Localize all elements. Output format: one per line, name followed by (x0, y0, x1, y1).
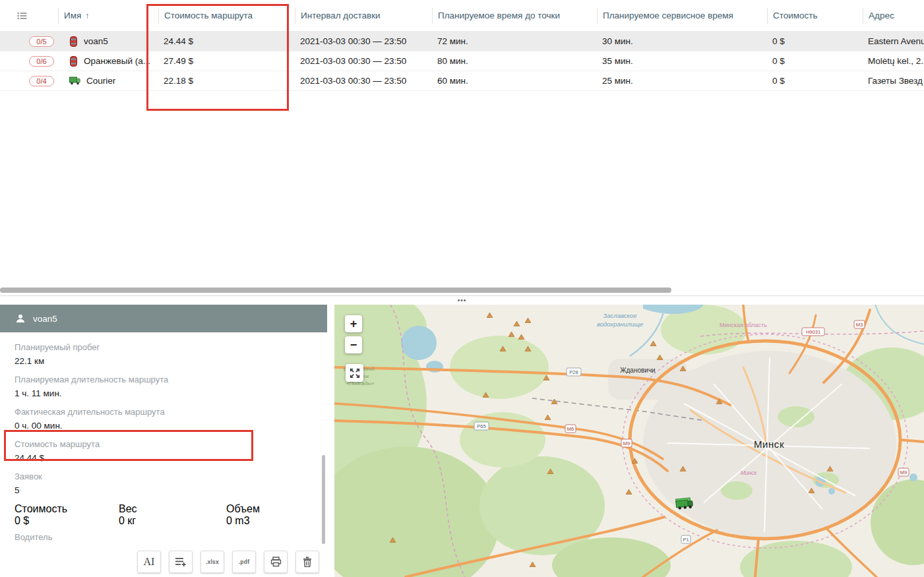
red-car-icon (69, 56, 78, 67)
orders-capacity-badge: 0/4 (29, 76, 54, 86)
route-planner-app: Имя ↑ Стоимость маршрута Интервал достав… (0, 0, 924, 577)
table-row-orange[interactable]: 0/6 Оранжевый (а... 27.49 $ 2021-03-03 0… (0, 51, 924, 71)
cost-cell: 0 $ (767, 56, 863, 66)
field-label: Заявок (15, 471, 327, 483)
orders-capacity-badge: 0/6 (29, 56, 54, 67)
map-zoom-controls: + − (345, 315, 362, 353)
column-header-name[interactable]: Имя ↑ (58, 8, 158, 24)
svg-text:P28: P28 (569, 369, 578, 375)
field-value: 22.1 км (15, 355, 327, 368)
field-value: 24.44 $ (15, 452, 327, 465)
zoom-in-button[interactable]: + (345, 315, 362, 332)
service-time-cell: 30 мин. (597, 36, 767, 46)
metric-value: 0 $ (15, 515, 119, 527)
list-icon (17, 12, 27, 20)
field-value: 1 ч. 11 мин. (15, 387, 327, 400)
table-header-icon-cell[interactable] (0, 8, 58, 24)
routes-table-section: Имя ↑ Стоимость маршрута Интервал достав… (0, 0, 924, 305)
metric-volume: Объем 0 m3 (226, 503, 260, 527)
sort-ascending-icon: ↑ (85, 11, 89, 20)
route-cost-cell: 22.18 $ (158, 76, 295, 86)
metric-value: 0 кг (119, 515, 226, 527)
cost-cell: 0 $ (767, 36, 863, 46)
green-truck-icon (69, 76, 80, 85)
person-icon (16, 314, 25, 323)
add-to-list-button[interactable] (169, 551, 193, 573)
metric-label: Вес (119, 503, 226, 515)
route-details-body: Планируемый пробег 22.1 км Планируемая д… (0, 332, 327, 542)
red-car-icon (69, 36, 78, 47)
column-header-delivery-interval-label: Интервал доставки (301, 11, 381, 20)
cost-cell: 0 $ (767, 76, 863, 86)
vehicle-name: Courier (86, 76, 115, 86)
column-header-delivery-interval[interactable]: Интервал доставки (295, 8, 432, 24)
delete-button[interactable] (295, 551, 319, 573)
metric-value: 0 m3 (226, 515, 260, 527)
route-details-title: voan5 (33, 314, 57, 324)
route-details-header: voan5 (0, 305, 327, 332)
print-button[interactable] (264, 551, 288, 573)
time-to-point-cell: 60 мин. (432, 76, 597, 86)
expand-icon (349, 367, 361, 379)
field-label: Планируемый пробег (15, 342, 327, 353)
route-cost-cell: 24.44 $ (158, 36, 295, 46)
horizontal-scrollbar[interactable] (0, 288, 924, 293)
export-xlsx-button[interactable]: .xlsx (200, 551, 224, 573)
panel-splitter[interactable]: ••• (0, 295, 924, 305)
table-body: 0/5 voan5 24.44 $ 2021-03-03 00:30 — 23:… (0, 32, 924, 91)
svg-text:M3: M3 (856, 322, 863, 328)
vehicle-name: Оранжевый (а... (84, 56, 150, 66)
panel-map-gap (327, 305, 334, 577)
map-canvas[interactable]: P28 M6 M9 P65 H9031 M3 M9 P1 Заславское … (334, 305, 924, 577)
svg-text:M6: M6 (567, 426, 574, 432)
svg-text:Минская область: Минская область (720, 322, 767, 328)
splitter-handle[interactable]: ••• (458, 297, 467, 304)
field-route-cost: Стоимость маршрута 24.44 $ (15, 439, 327, 465)
column-header-name-label: Имя (64, 11, 81, 20)
delivery-interval-cell: 2021-03-03 00:30 — 23:50 (295, 36, 432, 46)
svg-text:P1: P1 (683, 537, 689, 543)
vehicle-name: voan5 (84, 36, 108, 46)
metrics-row: Стоимость 0 $ Вес 0 кг Объем 0 m3 (15, 503, 327, 527)
fullscreen-button[interactable] (346, 364, 363, 382)
svg-text:Ждановичи: Ждановичи (620, 367, 655, 374)
delivery-interval-cell: 2021-03-03 00:30 — 23:50 (295, 56, 432, 66)
column-header-address[interactable]: Адрес (863, 8, 924, 24)
field-label: Стоимость маршрута (15, 439, 327, 450)
table-row-courier[interactable]: 0/4 Courier 22.18 $ 2021-03-03 00:30 — 2… (0, 71, 924, 91)
column-header-cost[interactable]: Стоимость (767, 8, 863, 24)
column-header-route-cost[interactable]: Стоимость маршрута (158, 8, 295, 24)
metric-cost: Стоимость 0 $ (15, 503, 119, 527)
xlsx-label: .xlsx (206, 559, 219, 565)
trash-icon (303, 557, 312, 567)
svg-text:M9: M9 (900, 470, 907, 475)
export-pdf-button[interactable]: .pdf (232, 551, 256, 573)
svg-text:H9031: H9031 (806, 329, 820, 335)
field-value: 5 (15, 484, 327, 497)
ai-optimize-button[interactable]: AI (137, 551, 161, 573)
field-value: 0 ч. 00 мин. (15, 419, 327, 433)
address-cell: Eastern Avenu (863, 36, 924, 46)
address-cell: Molėtų kel., 2.2 (863, 56, 924, 66)
time-to-point-cell: 80 мин. (432, 56, 597, 66)
field-actual-duration: Фактическая длительность маршрута 0 ч. 0… (15, 406, 327, 433)
column-header-planned-time-label: Планируемое время до точки (438, 11, 560, 20)
svg-text:Заславское: Заславское (603, 312, 636, 319)
panel-toolbar: AI .xlsx .pdf (137, 551, 319, 573)
horizontal-scrollbar-thumb[interactable] (0, 288, 671, 293)
time-to-point-cell: 72 мин. (432, 36, 597, 46)
service-time-cell: 25 мин. (597, 76, 767, 86)
metric-label: Объем (226, 503, 260, 515)
column-header-route-cost-label: Стоимость маршрута (164, 11, 253, 20)
field-planned-duration: Планируемая длительность маршрута 1 ч. 1… (15, 374, 327, 400)
field-driver-label: Водитель (15, 532, 327, 542)
column-header-planned-time-to-point[interactable]: Планируемое время до точки (432, 8, 597, 24)
svg-text:Минск: Минск (754, 439, 784, 450)
table-row-voan5[interactable]: 0/5 voan5 24.44 $ 2021-03-03 00:30 — 23:… (0, 32, 924, 51)
zoom-out-button[interactable]: − (345, 336, 362, 353)
svg-text:P65: P65 (477, 423, 485, 429)
field-label: Планируемая длительность маршрута (15, 374, 327, 386)
printer-icon (270, 557, 282, 567)
column-header-planned-service-time[interactable]: Планируемое сервисное время (597, 8, 767, 24)
panel-vertical-scrollbar[interactable] (322, 455, 325, 544)
